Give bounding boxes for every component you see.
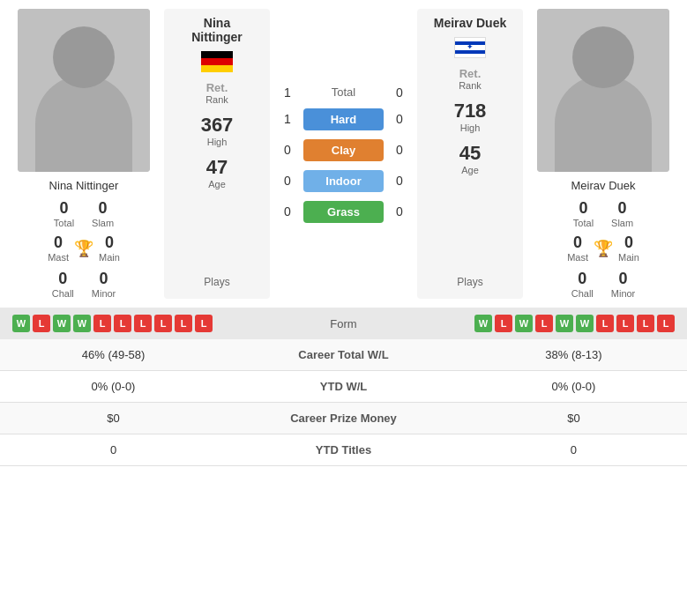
p1-titles: 0	[0, 434, 227, 466]
player1-name: Nina Nittinger	[49, 179, 119, 192]
indoor-p2-score: 0	[391, 174, 408, 188]
player2-slam: 0 Slam	[611, 199, 633, 228]
player2-mast: 0 Mast	[567, 234, 588, 263]
player1-name-center: NinaNittinger	[191, 16, 243, 44]
player1-slam: 0 Slam	[92, 199, 114, 228]
center-panel-right: Meirav Duek ✦ Ret. Rank 718 High 45 Age …	[417, 9, 523, 299]
form-badge-p2: L	[596, 315, 614, 332]
form-badge-p1: W	[73, 315, 91, 332]
surfaces-container: 1 Total 0 1 Hard 0 0 Clay 0 0 Indoor 0 0	[275, 9, 412, 299]
total-row: 1 Total 0	[279, 85, 408, 100]
titles-row: 0 YTD Titles 0	[0, 434, 687, 466]
titles-label: YTD Titles	[227, 434, 460, 466]
form-badge-p2: W	[576, 315, 594, 332]
player2-age-center: 45 Age	[459, 142, 481, 175]
form-badge-p2: W	[474, 315, 492, 332]
trophy-icon-right: 🏆	[594, 239, 613, 258]
form-badge-p1: L	[175, 315, 192, 332]
form-section: WLWWLLLLLL Form WLWLWWLLLL	[0, 308, 687, 339]
clay-p2-score: 0	[391, 143, 408, 157]
clay-p1-score: 0	[279, 143, 296, 157]
p2-prize: $0	[460, 403, 687, 434]
player1-stats-row1: 0 Total 0 Slam	[54, 199, 114, 228]
israel-flag: ✦	[454, 37, 486, 58]
player1-stats-row2: 0 Mast 🏆 0 Main	[48, 234, 120, 263]
form-left: WLWWLLLLLL	[12, 315, 303, 332]
player2-minor: 0 Minor	[611, 270, 636, 299]
player2-stats-row1: 0 Total 0 Slam	[573, 199, 633, 228]
player1-mast: 0 Mast	[48, 234, 69, 263]
player2-stats-row3: 0 Chall 0 Minor	[571, 270, 636, 299]
main-container: Nina Nittinger 0 Total 0 Slam 0 Mast 🏆	[0, 0, 687, 466]
player1-stats-row3: 0 Chall 0 Minor	[52, 270, 116, 299]
hard-badge: Hard	[303, 108, 384, 130]
p1-ytd-wl: 0% (0-0)	[0, 371, 227, 403]
grass-p2-score: 0	[391, 204, 408, 219]
form-badge-p1: L	[195, 315, 213, 332]
trophy-icon-left: 🏆	[74, 239, 93, 258]
ytd-wl-label: YTD W/L	[227, 371, 460, 403]
clay-badge: Clay	[303, 139, 384, 161]
p2-titles: 0	[460, 434, 687, 466]
total-p1-score: 1	[279, 85, 296, 100]
player2-name: Meirav Duek	[571, 179, 636, 192]
ytd-wl-row: 0% (0-0) YTD W/L 0% (0-0)	[0, 371, 687, 403]
form-right: WLWLWWLLLL	[385, 315, 676, 332]
p1-career-wl: 46% (49-58)	[0, 339, 227, 371]
form-badge-p1: W	[12, 315, 30, 332]
form-badge-p2: L	[637, 315, 654, 332]
player2-rank-center: Ret. Rank	[459, 67, 482, 91]
form-badge-p2: L	[616, 315, 634, 332]
grass-row: 0 Grass 0	[279, 201, 408, 223]
form-badge-p2: W	[515, 315, 533, 332]
hard-row: 1 Hard 0	[279, 108, 408, 130]
indoor-p1-score: 0	[279, 174, 296, 188]
player2-main: 0 Main	[618, 234, 639, 263]
player1-photo	[18, 9, 150, 172]
player1-minor: 0 Minor	[92, 270, 116, 299]
player1-main: 0 Main	[99, 234, 120, 263]
form-badge-p2: L	[535, 315, 553, 332]
hard-p1-score: 1	[279, 112, 296, 126]
player2-photo	[537, 9, 669, 172]
career-wl-row: 46% (49-58) Career Total W/L 38% (8-13)	[0, 339, 687, 371]
germany-flag	[201, 51, 233, 72]
career-wl-label: Career Total W/L	[227, 339, 460, 371]
player1-rank-center: Ret. Rank	[205, 81, 228, 105]
player1-chall: 0 Chall	[52, 270, 74, 299]
player2-plays-label: Plays	[457, 276, 482, 292]
player2-chall: 0 Chall	[571, 270, 594, 299]
player2-stats-row2: 0 Mast 🏆 0 Main	[567, 234, 639, 263]
form-badge-p1: L	[134, 315, 152, 332]
player2-high-center: 718 High	[454, 100, 487, 133]
form-badge-p1: L	[154, 315, 172, 332]
hard-p2-score: 0	[391, 112, 408, 126]
grass-p1-score: 0	[279, 204, 296, 219]
prize-label: Career Prize Money	[227, 403, 460, 434]
form-badge-p1: L	[93, 315, 111, 332]
player1-plays-label: Plays	[204, 276, 229, 292]
indoor-row: 0 Indoor 0	[279, 170, 408, 192]
form-label: Form	[309, 317, 379, 330]
total-label: Total	[303, 85, 384, 99]
center-panel-left: NinaNittinger Ret. Rank 367 High 47 Age …	[164, 9, 270, 299]
player2-card: Meirav Duek 0 Total 0 Slam 0 Mast 🏆 0	[528, 9, 678, 299]
prize-row: $0 Career Prize Money $0	[0, 403, 687, 434]
grass-badge: Grass	[303, 201, 384, 223]
player1-total: 0 Total	[54, 199, 74, 228]
p2-career-wl: 38% (8-13)	[460, 339, 687, 371]
player2-name-center: Meirav Duek	[434, 16, 506, 30]
clay-row: 0 Clay 0	[279, 139, 408, 161]
form-badge-p2: L	[495, 315, 512, 332]
form-badge-p2: W	[556, 315, 573, 332]
p2-ytd-wl: 0% (0-0)	[460, 371, 687, 403]
form-badge-p2: L	[657, 315, 675, 332]
form-badge-p1: L	[114, 315, 131, 332]
player1-card: Nina Nittinger 0 Total 0 Slam 0 Mast 🏆	[9, 9, 159, 299]
indoor-badge: Indoor	[303, 170, 384, 192]
stats-table: 46% (49-58) Career Total W/L 38% (8-13) …	[0, 339, 687, 466]
form-badge-p1: W	[53, 315, 71, 332]
p1-prize: $0	[0, 403, 227, 434]
players-section: Nina Nittinger 0 Total 0 Slam 0 Mast 🏆	[0, 0, 687, 308]
player1-age-center: 47 Age	[206, 156, 228, 189]
